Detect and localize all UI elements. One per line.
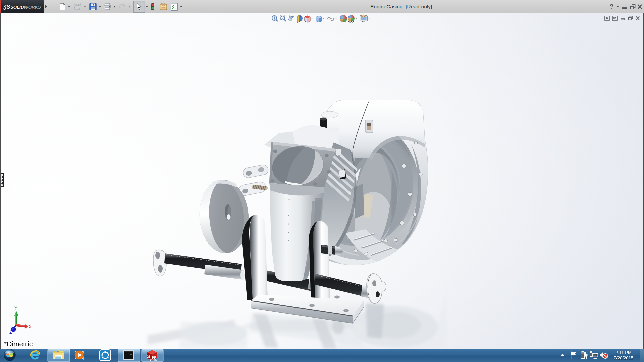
svg-text:C:\>_: C:\>_ xyxy=(125,352,132,355)
svg-text:2015: 2015 xyxy=(150,358,157,362)
svg-text:X: X xyxy=(29,324,32,330)
svg-text:*Dimetric: *Dimetric xyxy=(4,340,33,348)
svg-text:Z: Z xyxy=(9,329,12,335)
svg-text:Y: Y xyxy=(14,306,17,311)
